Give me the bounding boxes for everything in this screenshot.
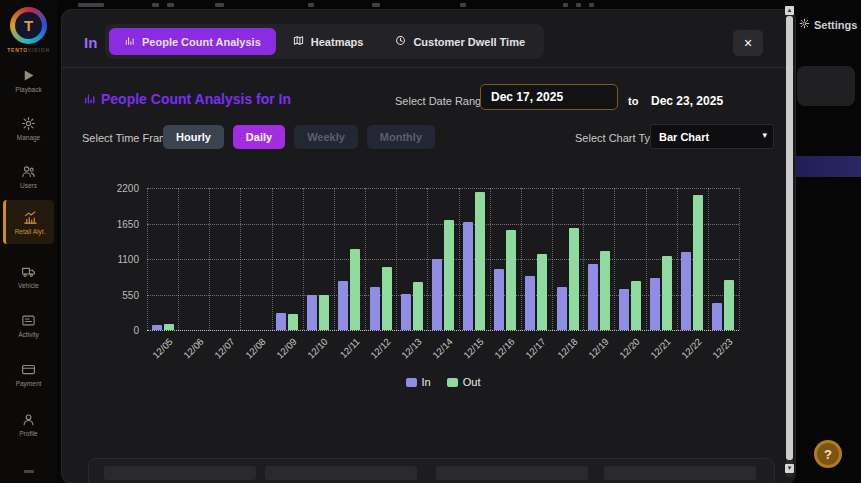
scroll-up-icon[interactable]: ▲ [785, 6, 794, 15]
bar-out-12/15 [475, 192, 485, 330]
sidebar-item-label: Activity [18, 331, 39, 338]
settings-button[interactable]: Settings [799, 18, 857, 31]
gridline-v [303, 188, 304, 330]
sidebar-item-label: Playback [15, 86, 41, 93]
gridline-v [178, 188, 179, 330]
legend-entry-in[interactable]: In [406, 376, 431, 388]
sidebar-item-retail-alyt[interactable]: Retail Alyt. [3, 200, 54, 244]
modal-title: People Count Analysis for In [101, 91, 291, 107]
bar-out-12/23 [724, 280, 734, 330]
sidebar-item-label: Profile [19, 430, 37, 437]
gridline-v [209, 188, 210, 330]
close-button[interactable]: × [733, 30, 763, 56]
sidebar-item-profile[interactable]: Profile [3, 402, 54, 446]
chart-type-select[interactable]: Bar Chart [650, 124, 774, 149]
bar-in-12/05 [152, 325, 162, 330]
bar-out-12/17 [537, 254, 547, 330]
gridline-v [365, 188, 366, 330]
gridline-v [459, 188, 460, 330]
gridline-v [552, 188, 553, 330]
chart-type-select-wrap: Bar Chart ▾ [650, 124, 774, 149]
sidebar-item-vehicle[interactable]: Vehicle [3, 254, 54, 298]
sidebar-item-payment[interactable]: Payment [3, 352, 54, 396]
map-icon [293, 35, 304, 48]
gridline-h [147, 330, 739, 331]
y-axis-tick-label: 550 [103, 289, 139, 300]
bar-in-12/21 [650, 278, 660, 330]
time-frame-weekly-button[interactable]: Weekly [294, 125, 358, 149]
bar-out-12/18 [569, 228, 579, 330]
gridline-v [427, 188, 428, 330]
gridline-v [708, 188, 709, 330]
bar-in-12/23 [712, 303, 722, 330]
bar-out-12/11 [350, 249, 360, 330]
summary-card-placeholder [436, 466, 588, 480]
profile-icon [21, 412, 36, 427]
sidebar-item-label: Payment [16, 380, 42, 387]
bar-out-12/10 [319, 295, 329, 330]
summary-card-placeholder [104, 466, 256, 480]
date-start-input[interactable] [480, 84, 618, 110]
tab-label: People Count Analysis [142, 36, 261, 48]
date-end-value[interactable]: Dec 23, 2025 [651, 94, 723, 108]
logo-glyph: T [15, 12, 42, 39]
summary-card-placeholder [265, 466, 417, 480]
question-mark-icon: ? [824, 447, 832, 462]
gridline-v [521, 188, 522, 330]
bar-in-12/10 [307, 295, 317, 331]
sidebar-item-playback[interactable]: Playback [3, 58, 54, 102]
gear-icon [21, 116, 36, 131]
bar-in-12/19 [588, 264, 598, 330]
bar-in-12/17 [525, 276, 535, 330]
modal-tab-bar: People Count AnalysisHeatmapsCustomer Dw… [105, 24, 544, 59]
scroll-down-icon[interactable]: ▼ [785, 464, 794, 473]
gridline-v [334, 188, 335, 330]
time-frame-daily-button[interactable]: Daily [233, 125, 285, 149]
scrollbar-thumb[interactable] [786, 16, 793, 460]
tab-people-count-analysis[interactable]: People Count Analysis [109, 28, 276, 55]
bar-chart-icon [83, 91, 96, 109]
bar-in-12/14 [432, 259, 442, 330]
bar-out-12/20 [631, 281, 641, 330]
legend-swatch [406, 378, 417, 387]
gridline-v [272, 188, 273, 330]
tab-label: Customer Dwell Time [413, 36, 525, 48]
sidebar-item-activity[interactable]: Activity [3, 303, 54, 347]
legend-entry-out[interactable]: Out [447, 376, 481, 388]
people-count-modal: In People Count AnalysisHeatmapsCustomer… [62, 10, 795, 483]
sidebar-item-label: Manage [17, 134, 41, 141]
bar-out-12/05 [164, 324, 174, 330]
date-range-separator: to [628, 95, 638, 107]
bar-out-12/21 [662, 256, 672, 330]
time-frame-monthly-button[interactable]: Monthly [367, 125, 435, 149]
time-frame-buttons: HourlyDailyWeeklyMonthly [163, 125, 435, 149]
users-icon [21, 164, 36, 179]
gridline-v [240, 188, 241, 330]
help-button[interactable]: ? [814, 440, 842, 468]
sidebar: T TENTOVISION PlaybackManageUsersRetail … [0, 0, 57, 483]
time-frame-hourly-button[interactable]: Hourly [163, 125, 224, 149]
gridline-v [490, 188, 491, 330]
activity-icon [21, 313, 36, 328]
obscured-panel [797, 66, 855, 106]
obscured-accent-bar [792, 156, 861, 177]
gridline-v [583, 188, 584, 330]
clock-icon [395, 35, 406, 48]
gridline-v [739, 188, 740, 330]
bar-out-12/19 [600, 251, 610, 330]
bar-in-12/12 [370, 287, 380, 330]
obscured-nav-item [24, 470, 34, 473]
legend-label: Out [463, 376, 481, 388]
bar-out-12/13 [413, 282, 423, 330]
sidebar-item-label: Vehicle [18, 282, 39, 289]
bar-in-12/18 [557, 287, 567, 330]
bottom-summary-panel [88, 458, 775, 483]
brand-logo[interactable]: T [10, 7, 47, 44]
tab-heatmaps[interactable]: Heatmaps [278, 28, 379, 55]
tab-customer-dwell-time[interactable]: Customer Dwell Time [380, 28, 540, 55]
sidebar-item-users[interactable]: Users [3, 154, 54, 198]
sidebar-item-manage[interactable]: Manage [3, 106, 54, 150]
vehicle-icon [21, 264, 36, 279]
gridline-h [147, 188, 739, 189]
brand-name: TENTOVISION [0, 47, 57, 53]
